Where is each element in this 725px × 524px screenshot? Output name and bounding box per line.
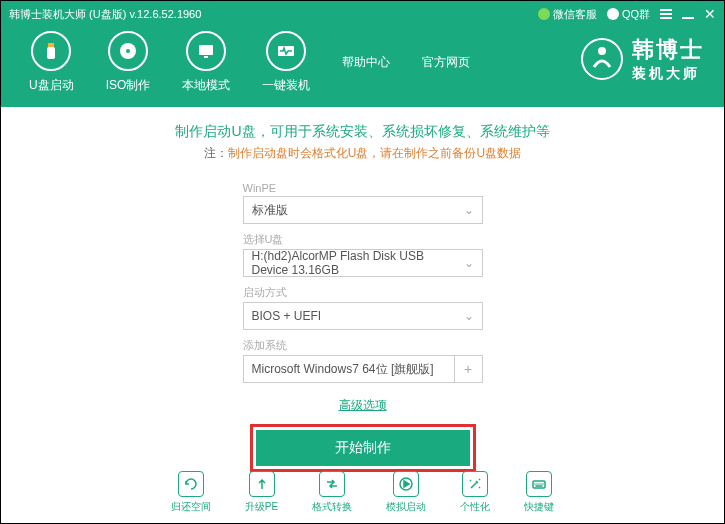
nav-label: 帮助中心 bbox=[342, 54, 390, 71]
svg-rect-5 bbox=[204, 56, 208, 58]
boot-label: 启动方式 bbox=[243, 285, 483, 300]
brand-name: 韩博士 bbox=[632, 35, 704, 65]
nav-label: 官方网页 bbox=[422, 54, 470, 71]
restore-icon bbox=[178, 471, 204, 497]
svg-point-8 bbox=[598, 47, 606, 55]
wechat-support[interactable]: 微信客服 bbox=[538, 7, 597, 22]
footer-format-convert[interactable]: 格式转换 bbox=[312, 471, 352, 514]
footer-personalize[interactable]: 个性化 bbox=[460, 471, 490, 514]
usb-value: H:(hd2)AlcorMP Flash Disk USB Device 13.… bbox=[252, 249, 464, 277]
magic-icon bbox=[462, 471, 488, 497]
winpe-label: WinPE bbox=[243, 182, 483, 194]
brand-sub: 装机大师 bbox=[632, 65, 704, 83]
nav-label: ISO制作 bbox=[106, 77, 151, 94]
nav-label: U盘启动 bbox=[29, 77, 74, 94]
close-button[interactable]: ✕ bbox=[704, 6, 716, 22]
sys-value: Microsoft Windows7 64位 [旗舰版] bbox=[252, 361, 434, 378]
usb-label: 选择U盘 bbox=[243, 232, 483, 247]
note: 注：制作启动盘时会格式化U盘，请在制作之前备份U盘数据 bbox=[204, 145, 521, 162]
app-title: 韩博士装机大师 (U盘版) v.12.6.52.1960 bbox=[9, 7, 538, 22]
add-system-button[interactable]: + bbox=[455, 355, 483, 383]
start-button[interactable]: 开始制作 bbox=[256, 430, 470, 466]
minimize-button[interactable] bbox=[682, 9, 694, 19]
menu-button[interactable] bbox=[660, 9, 672, 19]
sys-label: 添加系统 bbox=[243, 338, 483, 353]
keyboard-icon bbox=[526, 471, 552, 497]
advanced-options-link[interactable]: 高级选项 bbox=[339, 398, 387, 412]
footer-restore-space[interactable]: 归还空间 bbox=[171, 471, 211, 514]
svg-rect-0 bbox=[48, 43, 54, 47]
nav-label: 本地模式 bbox=[182, 77, 230, 94]
start-highlight: 开始制作 bbox=[250, 424, 476, 472]
brand-logo-area: 韩博士 装机大师 bbox=[580, 35, 704, 83]
svg-point-3 bbox=[126, 49, 130, 53]
svg-rect-4 bbox=[199, 45, 213, 55]
footer-simulate-boot[interactable]: 模拟启动 bbox=[386, 471, 426, 514]
usb-icon bbox=[31, 31, 71, 71]
footer-label: 快捷键 bbox=[524, 500, 554, 514]
wechat-icon bbox=[538, 8, 550, 20]
nav-usb-boot[interactable]: U盘启动 bbox=[29, 31, 74, 94]
chevron-down-icon: ⌄ bbox=[464, 309, 474, 323]
qq-group[interactable]: QQ群 bbox=[607, 7, 650, 22]
nav-iso[interactable]: ISO制作 bbox=[106, 31, 151, 94]
footer-label: 归还空间 bbox=[171, 500, 211, 514]
svg-rect-1 bbox=[47, 47, 55, 59]
winpe-value: 标准版 bbox=[252, 202, 288, 219]
qq-label: QQ群 bbox=[622, 7, 650, 22]
disc-icon bbox=[108, 31, 148, 71]
qq-icon bbox=[607, 8, 619, 20]
nav-local[interactable]: 本地模式 bbox=[182, 31, 230, 94]
nav-label: 一键装机 bbox=[262, 77, 310, 94]
usb-select[interactable]: H:(hd2)AlcorMP Flash Disk USB Device 13.… bbox=[243, 249, 483, 277]
note-text: 制作启动盘时会格式化U盘，请在制作之前备份U盘数据 bbox=[228, 146, 521, 160]
footer-label: 个性化 bbox=[460, 500, 490, 514]
footer-label: 模拟启动 bbox=[386, 500, 426, 514]
wechat-label: 微信客服 bbox=[553, 7, 597, 22]
footer-label: 格式转换 bbox=[312, 500, 352, 514]
chevron-down-icon: ⌄ bbox=[464, 256, 474, 270]
brand-logo-icon bbox=[580, 37, 624, 81]
footer-label: 升级PE bbox=[245, 500, 278, 514]
system-select[interactable]: Microsoft Windows7 64位 [旗舰版] bbox=[243, 355, 455, 383]
svg-point-7 bbox=[582, 39, 622, 79]
footer-upgrade-pe[interactable]: 升级PE bbox=[245, 471, 278, 514]
menu-icon bbox=[660, 9, 672, 19]
convert-icon bbox=[319, 471, 345, 497]
chevron-down-icon: ⌄ bbox=[464, 203, 474, 217]
note-label: 注： bbox=[204, 146, 228, 160]
boot-value: BIOS + UEFI bbox=[252, 309, 322, 323]
nav-help[interactable]: 帮助中心 bbox=[342, 54, 390, 71]
winpe-select[interactable]: 标准版 ⌄ bbox=[243, 196, 483, 224]
play-icon bbox=[393, 471, 419, 497]
upgrade-icon bbox=[249, 471, 275, 497]
nav-website[interactable]: 官方网页 bbox=[422, 54, 470, 71]
boot-select[interactable]: BIOS + UEFI ⌄ bbox=[243, 302, 483, 330]
monitor-icon bbox=[186, 31, 226, 71]
pulse-icon bbox=[266, 31, 306, 71]
headline: 制作启动U盘，可用于系统安装、系统损坏修复、系统维护等 bbox=[175, 123, 549, 141]
minimize-icon bbox=[682, 17, 694, 19]
nav-oneclick[interactable]: 一键装机 bbox=[262, 31, 310, 94]
footer-shortcut[interactable]: 快捷键 bbox=[524, 471, 554, 514]
